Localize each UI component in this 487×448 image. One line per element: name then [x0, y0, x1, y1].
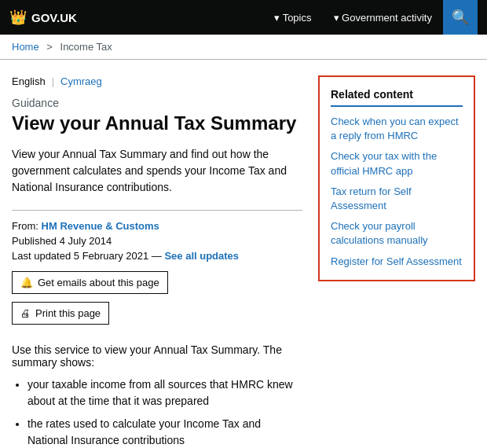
meta-from-label: From:: [12, 220, 38, 232]
breadcrumb-home[interactable]: Home: [12, 41, 39, 53]
list-item: your taxable income from all sources tha…: [27, 376, 302, 409]
related-content-link[interactable]: Check your tax with the official HMRC ap…: [331, 149, 463, 178]
see-all-updates-link[interactable]: See all updates: [164, 250, 239, 262]
search-button[interactable]: 🔍: [443, 0, 478, 35]
crown-icon: 👑: [9, 9, 27, 26]
print-button[interactable]: 🖨 Print this page: [12, 302, 109, 325]
related-content-box: Related content Check when you can expec…: [318, 75, 475, 281]
breadcrumb-separator: >: [46, 41, 53, 53]
related-content-link[interactable]: Check your payroll calculations manually: [331, 219, 463, 248]
related-links-container: Check when you can expect a reply from H…: [331, 115, 463, 269]
meta-published: Published 4 July 2014: [12, 235, 302, 247]
language-toggle: English | Cymraeg: [12, 75, 302, 87]
header-nav: ▾ Topics ▾ Government activity 🔍: [263, 0, 478, 35]
content-area: English | Cymraeg Guidance View your Ann…: [12, 75, 302, 448]
summary-list: your taxable income from all sources tha…: [12, 376, 302, 448]
meta-from: From: HM Revenue & Customs: [12, 220, 302, 232]
lang-divider: |: [52, 75, 54, 87]
page-description: View your Annual Tax Summary and find ou…: [12, 146, 302, 196]
related-content-title: Related content: [331, 88, 463, 107]
body-intro: Use this service to view your Annual Tax…: [12, 343, 302, 369]
sidebar: Related content Check when you can expec…: [318, 75, 475, 448]
breadcrumb: Home > Income Tax: [0, 35, 487, 60]
search-icon: 🔍: [452, 9, 469, 26]
guidance-label: Guidance: [12, 97, 302, 109]
topics-nav-button[interactable]: ▾ Topics: [263, 0, 322, 35]
main-content: English | Cymraeg Guidance View your Ann…: [0, 60, 487, 448]
page-title: View your Annual Tax Summary: [12, 112, 302, 135]
meta-updated: Last updated 5 February 2021 — See all u…: [12, 250, 302, 262]
print-icon: 🖨: [20, 307, 31, 319]
site-header: 👑 GOV.UK ▾ Topics ▾ Government activity …: [0, 0, 487, 35]
email-alerts-button[interactable]: 🔔 Get emails about this page: [12, 271, 168, 294]
gov-uk-logo[interactable]: 👑 GOV.UK: [9, 9, 263, 26]
related-content-link[interactable]: Tax return for Self Assessment: [331, 185, 463, 213]
list-item: the rates used to calculate your Income …: [27, 416, 302, 448]
bell-icon: 🔔: [20, 277, 33, 288]
action-buttons: 🔔 Get emails about this page 🖨 Print thi…: [12, 271, 302, 332]
meta-section: From: HM Revenue & Customs Published 4 J…: [12, 210, 302, 262]
lang-welsh-link[interactable]: Cymraeg: [60, 75, 102, 87]
related-content-link[interactable]: Check when you can expect a reply from H…: [331, 115, 463, 143]
related-content-link[interactable]: Register for Self Assessment: [331, 255, 463, 269]
lang-english: English: [12, 75, 52, 87]
gov-activity-nav-button[interactable]: ▾ Government activity: [323, 0, 444, 35]
logo-text: GOV.UK: [31, 11, 77, 24]
meta-from-link[interactable]: HM Revenue & Customs: [42, 220, 159, 232]
breadcrumb-current: Income Tax: [60, 41, 112, 53]
